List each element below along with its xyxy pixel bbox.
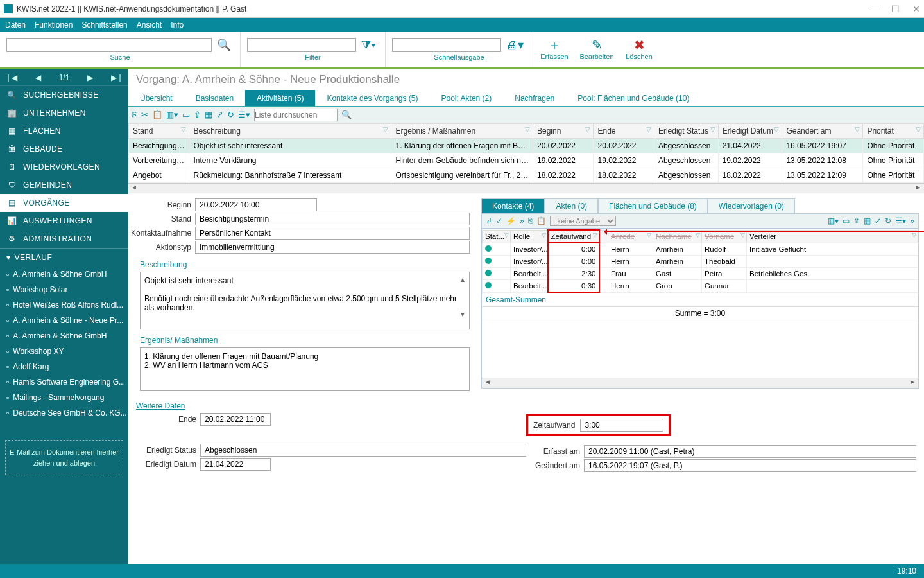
val-stand[interactable]: Besichtigungstermin <box>195 213 470 225</box>
scroll-up-icon[interactable]: ▴ <box>461 275 465 284</box>
ktable-row[interactable]: Bearbeit...0:30HerrnGrobGunnar <box>483 280 918 293</box>
val-ende[interactable]: 20.02.2022 11:00 <box>200 413 271 426</box>
sidebar-item-gemeinden[interactable]: 🛡GEMEINDEN <box>0 176 128 194</box>
col-header[interactable]: Stand▽ <box>129 124 189 139</box>
kgrid-scrollbar[interactable] <box>482 378 918 388</box>
list-search-input[interactable] <box>254 109 338 121</box>
col-header[interactable]: Ergebnis / Maßnahmen▽ <box>391 124 533 139</box>
filter-col-icon[interactable]: ▽ <box>542 232 546 238</box>
filter-col-icon[interactable]: ▽ <box>916 126 921 133</box>
ktable-row[interactable]: Investor/...0:00HerrnAmrheinRudolfInitia… <box>483 243 918 256</box>
search-input[interactable] <box>6 38 212 52</box>
columns-icon[interactable]: ▥▾ <box>166 110 178 119</box>
sub-export-icon[interactable]: ⇪ <box>853 216 860 225</box>
pager-next-icon[interactable]: ▶ <box>87 73 93 82</box>
filter-col-icon[interactable]: ▽ <box>912 232 916 238</box>
filter-col-icon[interactable]: ▽ <box>525 126 530 133</box>
erfassen-button[interactable]: ＋ Erfassen <box>533 32 576 67</box>
sub-grid-icon[interactable]: ▦ <box>864 216 871 225</box>
scroll-down-icon[interactable]: ▾ <box>461 310 465 319</box>
filter-col-icon[interactable]: ▽ <box>593 232 597 238</box>
sidebar-item-auswertungen[interactable]: 📊AUSWERTUNGEN <box>0 212 128 230</box>
menu-daten[interactable]: Daten <box>5 21 26 30</box>
tab-pool-flaechen[interactable]: Pool: Flächen und Gebäude (10) <box>566 90 701 106</box>
filter-col-icon[interactable]: ▽ <box>181 126 186 133</box>
sub-combo[interactable]: - keine Angabe - <box>550 216 616 226</box>
tab-aktivitaeten[interactable]: Aktivitäten (5) <box>245 90 315 106</box>
sub-layout-icon[interactable]: ▭ <box>843 216 850 225</box>
sidebar-item-flächen[interactable]: ▦FLÄCHEN <box>0 122 128 140</box>
grid-scrollbar[interactable] <box>128 183 924 193</box>
sub-icon-3[interactable]: ⚡ <box>506 216 516 225</box>
table-row[interactable]: Vorbereitung B...Interne VorklärungHinte… <box>129 153 924 168</box>
verlauf-item[interactable]: ▫A. Amrhein & Söhne GmbH <box>0 328 128 344</box>
filter-col-icon[interactable]: ▽ <box>710 126 715 133</box>
quickoutput-input[interactable] <box>392 38 501 52</box>
copy-icon[interactable]: ⎘ <box>132 110 137 119</box>
loeschen-button[interactable]: ✖ Löschen <box>618 32 660 67</box>
table-row[interactable]: Besichtigungst...Objekt ist sehr interes… <box>129 139 924 153</box>
export-icon[interactable]: ⇪ <box>194 110 201 119</box>
ktable-row[interactable]: Investor/...0:00HerrnAmrheinTheobald <box>483 256 918 268</box>
kcol-header[interactable]: Zeitaufwand▽ <box>548 230 599 243</box>
ktable-row[interactable]: Bearbeit...2:30FrauGastPetraBetriebliche… <box>483 268 918 280</box>
cut-icon[interactable]: ✂ <box>141 110 148 119</box>
paste-icon[interactable]: 📋 <box>152 110 162 119</box>
filter-input[interactable] <box>247 38 356 52</box>
sidebar-item-gebäude[interactable]: 🏛GEBÄUDE <box>0 140 128 158</box>
tab-basisdaten[interactable]: Basisdaten <box>184 90 245 106</box>
email-dropzone[interactable]: E-Mail zum Dokumentieren hierher ziehen … <box>5 440 123 475</box>
sidebar-item-vorgänge[interactable]: ▤VORGÄNGE <box>0 194 128 212</box>
kcol-header[interactable]: Stat...▽ <box>483 230 511 243</box>
verlauf-item[interactable]: ▫Worksshop XY <box>0 344 128 359</box>
sidebar-item-administration[interactable]: ⚙ADMINISTRATION <box>0 230 128 248</box>
sidebar-item-unternehmen[interactable]: 🏢UNTERNEHMEN <box>0 104 128 122</box>
pager-prev-icon[interactable]: ◀ <box>35 73 41 82</box>
sidebar-item-wiedervorlagen[interactable]: 🗓WIEDERVORLAGEN <box>0 158 128 176</box>
layout-icon[interactable]: ▭ <box>182 110 190 119</box>
menu-funktionen[interactable]: Funktionen <box>35 21 73 30</box>
search-icon[interactable]: 🔍 <box>214 38 234 52</box>
textarea-ergebnis[interactable]: 1. Klärung der offenen Fragen mit Bauamt… <box>140 347 470 391</box>
filter-col-icon[interactable]: ▽ <box>383 126 388 133</box>
verlauf-item[interactable]: ▫Deutsche See GmbH & Co. KG... <box>0 405 128 421</box>
col-header[interactable]: Erledigt Datum▽ <box>718 124 782 139</box>
pager-first-icon[interactable]: ❘◀ <box>5 73 17 82</box>
val-zeitaufwand[interactable]: 3:00 <box>580 419 663 432</box>
sub-cols-icon[interactable]: ▥▾ <box>828 216 839 225</box>
col-header[interactable]: Geändert am▽ <box>782 124 863 139</box>
val-aktion[interactable]: Immobilienvermittlung <box>195 241 470 254</box>
val-erl-status[interactable]: Abgeschlossen <box>200 444 526 457</box>
menu-ansicht[interactable]: Ansicht <box>137 21 162 30</box>
subtab-wiedervorlagen[interactable]: Wiedervorlagen (0) <box>708 198 795 213</box>
verlauf-item[interactable]: ▫Adolf Karg <box>0 359 128 374</box>
subtab-kontakte[interactable]: Kontakte (4) <box>481 198 545 213</box>
filter-col-icon[interactable]: ▽ <box>585 126 590 133</box>
grid-icon[interactable]: ▦ <box>205 110 212 119</box>
textarea-beschreibung[interactable]: Objekt ist sehr interessant Benötigt noc… <box>140 272 470 329</box>
verlauf-item[interactable]: ▫Hotel Weißes Roß Alfons Rudl... <box>0 297 128 313</box>
verlauf-item[interactable]: ▫Hamis Software Engineering G... <box>0 374 128 390</box>
val-kontakt[interactable]: Persönlicher Kontakt <box>195 227 470 240</box>
sub-paste-icon[interactable]: 📋 <box>536 216 546 225</box>
verlauf-item[interactable]: ▫Workshop Solar <box>0 282 128 297</box>
list-search-icon[interactable]: 🔍 <box>341 110 352 119</box>
sub-list-icon[interactable]: ☰▾ <box>895 216 906 225</box>
table-row[interactable]: AngebotRückmeldung: Bahnhofstraße 7 inte… <box>129 168 924 183</box>
col-header[interactable]: Beginn▽ <box>533 124 593 139</box>
filter-col-icon[interactable]: ▽ <box>646 126 651 133</box>
filter-col-icon[interactable]: ▽ <box>740 232 745 238</box>
sub-icon-4[interactable]: » <box>520 216 524 225</box>
verlauf-item[interactable]: ▫Mailings - Sammelvorgang <box>0 390 128 405</box>
kcol-header[interactable]: Rolle▽ <box>511 230 548 243</box>
verlauf-item[interactable]: ▫A. Amrhein & Söhne GmbH <box>0 267 128 282</box>
tab-uebersicht[interactable]: Übersicht <box>128 90 184 106</box>
expand-icon[interactable]: ⤢ <box>216 110 223 119</box>
subtab-akten[interactable]: Akten (0) <box>545 198 598 213</box>
sub-more-icon[interactable]: » <box>910 216 914 225</box>
menu-info[interactable]: Info <box>171 21 184 30</box>
filter-col-icon[interactable]: ▽ <box>774 126 779 133</box>
print-icon[interactable]: 🖨▾ <box>504 38 526 52</box>
sub-refresh-icon[interactable]: ↻ <box>885 216 891 225</box>
filter-col-icon[interactable]: ▽ <box>504 232 509 238</box>
